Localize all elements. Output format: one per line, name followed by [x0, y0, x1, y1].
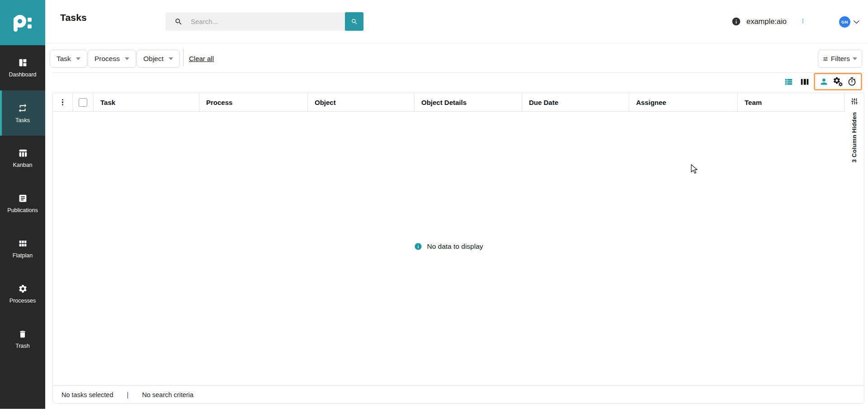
column-header-object-details[interactable]: Object Details [415, 93, 522, 111]
sidebar-item-dashboard[interactable]: Dashboard [0, 45, 45, 90]
sidebar-item-kanban[interactable]: Kanban [0, 136, 45, 181]
text-cursor-mark [802, 19, 803, 24]
empty-state: No data to display [53, 242, 844, 251]
table-menu-cell [53, 93, 73, 111]
sidebar-item-tasks[interactable]: Tasks [0, 90, 45, 136]
filter-bar: Task Process Object Clear all Filters [45, 43, 868, 72]
page-title: Tasks [60, 12, 87, 23]
caret-down-icon [125, 57, 129, 60]
column-header-team[interactable]: Team [738, 93, 844, 111]
search-submit-icon [351, 18, 358, 25]
filter-dropdown-label: Task [57, 55, 71, 63]
avatar[interactable]: GN [839, 16, 850, 28]
sidebar-item-label: Trash [15, 343, 30, 349]
sidebar-item-processes[interactable]: Processes [0, 271, 45, 317]
workspace-name: example:aio [746, 17, 787, 26]
caret-down-icon [76, 57, 80, 60]
filter-dropdown-task[interactable]: Task [50, 50, 87, 68]
sidebar: Dashboard Tasks Kanban Publications [0, 0, 45, 409]
filter-dropdown-process[interactable]: Process [88, 50, 136, 68]
hidden-columns-label[interactable]: 3 Column Hidden [851, 112, 858, 162]
filters-button[interactable]: Filters [818, 50, 862, 68]
select-all-checkbox[interactable] [79, 98, 87, 107]
status-bar: No tasks selected | No search criteria [53, 385, 864, 403]
column-view-icon[interactable] [800, 77, 810, 87]
sidebar-item-publications[interactable]: Publications [0, 181, 45, 226]
dashboard-icon [18, 58, 28, 67]
filter-dropdown-object[interactable]: Object [137, 50, 180, 68]
kebab-menu-icon[interactable] [60, 97, 65, 108]
select-all-cell [73, 93, 94, 111]
sidebar-item-label: Kanban [13, 162, 32, 168]
empty-state-message: No data to display [427, 242, 483, 251]
sidebar-item-label: Tasks [15, 117, 30, 123]
search-bar [165, 12, 363, 31]
filter-dropdown-label: Process [94, 55, 120, 63]
app-logo[interactable] [0, 0, 45, 45]
column-settings-icon[interactable] [850, 97, 859, 105]
process-gears-icon[interactable] [833, 76, 843, 87]
filters-button-label: Filters [831, 55, 850, 63]
app-window: Dashboard Tasks Kanban Publications [0, 0, 868, 412]
search-submit-button[interactable] [345, 12, 363, 31]
tasks-table: Task Process Object Object Details Due D… [52, 93, 864, 404]
p-colon-logo-icon [11, 11, 34, 34]
kanban-columns-icon [18, 148, 28, 158]
column-header-task[interactable]: Task [94, 93, 199, 111]
top-header: Tasks example:aio GN [45, 0, 868, 43]
trash-icon [18, 330, 27, 339]
column-header-process[interactable]: Process [199, 93, 308, 111]
column-header-due-date[interactable]: Due Date [522, 93, 629, 111]
list-view-icon[interactable] [783, 77, 793, 87]
tasks-repeat-icon [18, 103, 28, 113]
chevron-down-icon[interactable] [854, 20, 859, 24]
workspace-info[interactable] [731, 17, 741, 28]
selection-status: No tasks selected [61, 391, 113, 398]
sidebar-item-label: Flatplan [13, 252, 33, 259]
search-icon [175, 18, 183, 26]
info-icon [731, 17, 741, 26]
info-icon [414, 242, 422, 251]
table-header-row: Task Process Object Object Details Due D… [53, 93, 844, 112]
column-header-assignee[interactable]: Assignee [629, 93, 738, 111]
sidebar-item-trash[interactable]: Trash [0, 317, 45, 362]
flatplan-grid-icon [18, 239, 28, 248]
caret-down-icon [169, 57, 173, 60]
publications-document-icon [18, 194, 28, 203]
divider [52, 72, 864, 73]
filter-dropdown-label: Object [143, 55, 164, 63]
caret-down-icon [853, 57, 857, 60]
processes-gear-icon [18, 284, 28, 294]
search-criteria-status: No search criteria [142, 391, 193, 398]
divider [183, 49, 184, 66]
hidden-columns-panel: 3 Column Hidden [844, 93, 864, 385]
highlighted-icon-group [814, 73, 862, 90]
sidebar-item-label: Dashboard [9, 71, 36, 78]
timer-icon[interactable] [847, 77, 857, 86]
sidebar-item-flatplan[interactable]: Flatplan [0, 226, 45, 271]
search-input[interactable] [190, 17, 345, 26]
sidebar-item-label: Processes [9, 298, 36, 304]
status-divider: | [127, 391, 128, 398]
clear-all-link[interactable]: Clear all [189, 55, 214, 62]
sidebar-item-label: Publications [7, 207, 38, 213]
assignee-person-icon[interactable] [819, 77, 829, 86]
filters-tune-icon [823, 55, 828, 63]
column-header-object[interactable]: Object [308, 93, 415, 111]
